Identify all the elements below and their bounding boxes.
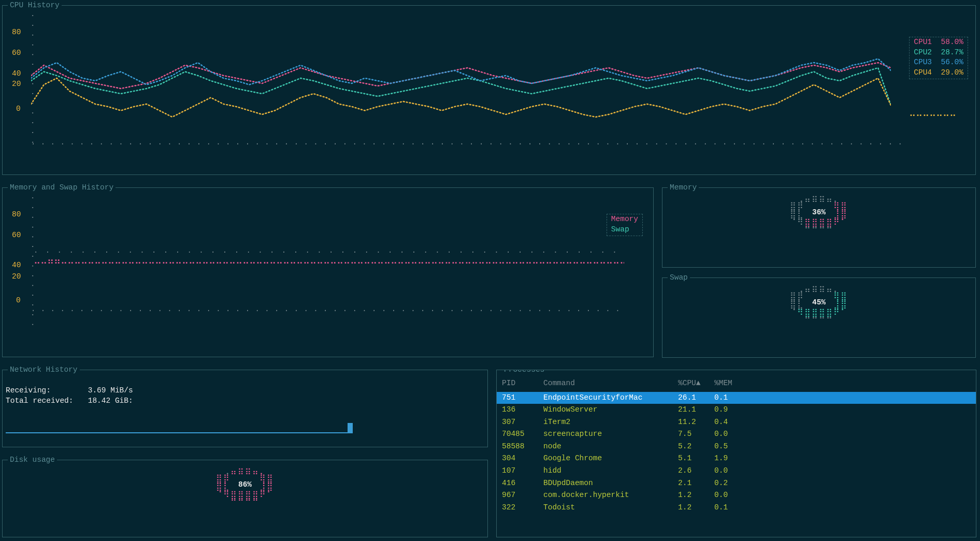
axis-tick: 0 bbox=[16, 104, 21, 114]
cell-mem: 0.5 bbox=[709, 441, 976, 453]
cell-pid: 136 bbox=[497, 404, 538, 416]
cell-mem: 0.0 bbox=[709, 489, 976, 502]
axis-tick: 60 bbox=[12, 48, 21, 59]
table-row[interactable]: 136WindowServer21.10.9 bbox=[497, 404, 976, 416]
cell-cpu: 2.6 bbox=[673, 465, 709, 477]
axis-frame: · · · · · · · · · · · · · · · · · · · · … bbox=[31, 139, 901, 149]
axis-frame: · · · · · · · · · · · · · · · · · · · · … bbox=[31, 306, 627, 316]
legend-cpu4-name: CPU4 bbox=[914, 68, 932, 77]
cell-pid: 967 bbox=[497, 489, 538, 502]
legend-cpu2-name: CPU2 bbox=[914, 48, 932, 56]
memory-gauge-panel: Memory ⢀⣤⣶⣶⣤⡀ ⣿⡿⠀⠀⠀⠀⢿⣿ ⣿⣇⠀⠀⠀⠀⣸⣿ ⠈⠻⣿⣿⣿⣿⠟⠁… bbox=[662, 187, 976, 268]
processes-table[interactable]: PID Command %CPU▲ %MEM 751EndpointSecuri… bbox=[497, 377, 976, 514]
network-total-value: 18.42 GiB: bbox=[88, 397, 133, 405]
cell-cpu: 5.1 bbox=[673, 452, 709, 465]
network-title: Network History bbox=[8, 365, 80, 375]
network-receiving-label: Receiving: bbox=[6, 386, 83, 396]
cpu-chart bbox=[31, 13, 891, 143]
legend-cpu4-value: 29.0% bbox=[941, 68, 963, 77]
legend-memory-name: Memory bbox=[611, 215, 638, 223]
cell-mem: 0.0 bbox=[709, 465, 976, 477]
memory-history-panel: Memory and Swap History 80 60 40 20 0 ⣀⣀… bbox=[2, 187, 654, 357]
network-panel: Network History Receiving: 3.69 MiB/s To… bbox=[2, 370, 488, 447]
axis-tick: 40 bbox=[12, 69, 21, 79]
network-receiving-row: Receiving: 3.69 MiB/s bbox=[6, 386, 133, 396]
col-pid[interactable]: PID bbox=[497, 377, 538, 392]
disk-panel: Disk usage ⢀⣤⣶⣶⣤⡀ ⣿⡿⠀⠀⠀⠀⢿⣿ ⣿⣇⠀⠀⠀⠀⣸⣿ ⠈⠻⣿⣿… bbox=[2, 460, 488, 537]
swap-gauge-title: Swap bbox=[668, 273, 690, 283]
cell-pid: 307 bbox=[497, 416, 538, 429]
cell-pid: 322 bbox=[497, 502, 538, 514]
table-row[interactable]: 70485screencapture7.50.0 bbox=[497, 428, 976, 441]
memory-gauge-pct: 36% bbox=[812, 208, 826, 218]
cell-mem: 0.2 bbox=[709, 477, 976, 490]
axis-tick: 40 bbox=[12, 260, 21, 271]
memory-gauge-title: Memory bbox=[668, 183, 699, 193]
cpu-history-panel: CPU History 80 60 40 20 0 · · · · · · · … bbox=[2, 5, 976, 175]
swap-gauge-panel: Swap ⢀⣤⣶⣶⣤⡀ ⣿⡿⠀⠀⠀⠀⢿⣿ ⣿⣇⠀⠀⠀⠀⣸⣿ ⠈⠻⣿⣿⣿⣿⠟⠁ ⠀… bbox=[662, 277, 976, 358]
cell-cmd: screencapture bbox=[538, 428, 673, 441]
table-row[interactable]: 107hidd2.60.0 bbox=[497, 465, 976, 477]
processes-panel[interactable]: Processes PID Command %CPU▲ %MEM 751Endp… bbox=[496, 370, 976, 537]
cell-pid: 70485 bbox=[497, 428, 538, 441]
cell-cpu: 7.5 bbox=[673, 428, 709, 441]
legend-cpu2-value: 28.7% bbox=[941, 48, 963, 56]
legend-cpu3-name: CPU3 bbox=[914, 58, 932, 66]
memory-history-title: Memory and Swap History bbox=[8, 183, 116, 193]
legend-swap-name: Swap bbox=[611, 225, 629, 233]
col-cpu[interactable]: %CPU▲ bbox=[673, 377, 709, 392]
processes-title: Processes bbox=[502, 370, 546, 375]
memory-legend: Memory Swap bbox=[607, 214, 643, 236]
cpu-legend: CPU1 58.0% CPU2 28.7% CPU3 56.0% CPU4 29… bbox=[909, 37, 968, 79]
cell-cmd: Todoist bbox=[538, 502, 673, 514]
cell-cmd: Google Chrome bbox=[538, 452, 673, 465]
disk-title: Disk usage bbox=[8, 455, 57, 465]
network-sparkline bbox=[6, 421, 353, 433]
cell-cpu: 1.2 bbox=[673, 489, 709, 502]
table-row[interactable]: 307iTerm211.20.4 bbox=[497, 416, 976, 429]
table-row[interactable]: 322Todoist1.20.1 bbox=[497, 502, 976, 514]
col-cmd[interactable]: Command bbox=[538, 377, 673, 392]
cell-cmd: iTerm2 bbox=[538, 416, 673, 429]
cell-mem: 0.1 bbox=[709, 392, 976, 404]
axis-tick: 80 bbox=[12, 210, 21, 220]
network-total-row: Total received: 18.42 GiB: bbox=[6, 396, 133, 406]
axis-tick: 80 bbox=[12, 27, 21, 38]
swap-line: . . . . . . . . . . . . . . . . . . . . … bbox=[34, 246, 624, 256]
axis-frame: · · · · · · · · · · · · · · · · · · · · … bbox=[27, 13, 37, 143]
axis-tick: 0 bbox=[16, 296, 21, 306]
table-header-row[interactable]: PID Command %CPU▲ %MEM bbox=[497, 377, 976, 392]
cell-mem: 0.4 bbox=[709, 416, 976, 429]
table-row[interactable]: 751EndpointSecurityforMac26.10.1 bbox=[497, 392, 976, 404]
cell-cmd: BDUpdDaemon bbox=[538, 477, 673, 490]
cell-cmd: EndpointSecurityforMac bbox=[538, 392, 673, 404]
cell-pid: 304 bbox=[497, 452, 538, 465]
table-row[interactable]: 304Google Chrome5.11.9 bbox=[497, 452, 976, 465]
cpu-history-title: CPU History bbox=[8, 1, 62, 11]
col-mem[interactable]: %MEM bbox=[709, 377, 976, 392]
cell-pid: 416 bbox=[497, 477, 538, 490]
table-row[interactable]: 58588node5.20.5 bbox=[497, 441, 976, 453]
axis-tick: 20 bbox=[12, 272, 21, 282]
cell-cpu: 11.2 bbox=[673, 416, 709, 429]
legend-cpu3-value: 56.0% bbox=[941, 58, 963, 66]
cell-cpu: 5.2 bbox=[673, 441, 709, 453]
cell-mem: 0.0 bbox=[709, 428, 976, 441]
network-receiving-value: 3.69 MiB/s bbox=[88, 386, 133, 394]
cell-cpu: 2.1 bbox=[673, 477, 709, 490]
network-total-label: Total received: bbox=[6, 396, 83, 406]
cell-cpu: 21.1 bbox=[673, 404, 709, 416]
cell-cmd: WindowServer bbox=[538, 404, 673, 416]
cell-mem: 0.9 bbox=[709, 404, 976, 416]
cell-cpu: 26.1 bbox=[673, 392, 709, 404]
axis-tick: 60 bbox=[12, 230, 21, 241]
table-row[interactable]: 416BDUpdDaemon2.10.2 bbox=[497, 477, 976, 490]
legend-cpu1-value: 58.0% bbox=[941, 38, 963, 46]
cell-cmd: com.docker.hyperkit bbox=[538, 489, 673, 502]
cell-cpu: 1.2 bbox=[673, 502, 709, 514]
cell-mem: 0.1 bbox=[709, 502, 976, 514]
cell-pid: 58588 bbox=[497, 441, 538, 453]
disk-gauge-pct: 86% bbox=[238, 480, 252, 490]
cell-pid: 751 bbox=[497, 392, 538, 404]
table-row[interactable]: 967com.docker.hyperkit1.20.0 bbox=[497, 489, 976, 502]
